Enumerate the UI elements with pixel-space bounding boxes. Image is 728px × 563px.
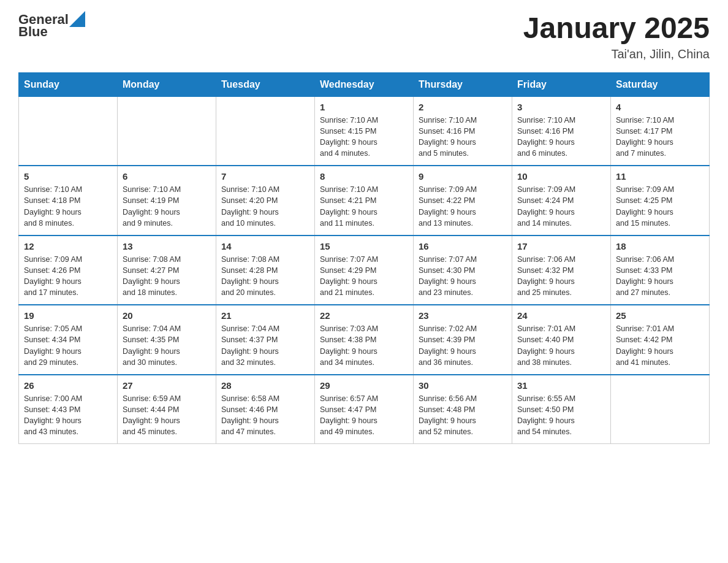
calendar-cell: 13Sunrise: 7:08 AM Sunset: 4:27 PM Dayli… <box>118 236 216 305</box>
day-info: Sunrise: 7:10 AM Sunset: 4:20 PM Dayligh… <box>221 184 309 229</box>
day-info: Sunrise: 7:08 AM Sunset: 4:28 PM Dayligh… <box>221 254 309 299</box>
calendar-cell: 6Sunrise: 7:10 AM Sunset: 4:19 PM Daylig… <box>118 166 216 236</box>
day-number: 22 <box>320 310 408 321</box>
day-number: 5 <box>24 171 112 182</box>
calendar-cell: 22Sunrise: 7:03 AM Sunset: 4:38 PM Dayli… <box>315 305 414 375</box>
calendar-cell: 29Sunrise: 6:57 AM Sunset: 4:47 PM Dayli… <box>315 375 414 444</box>
svg-marker-0 <box>69 11 85 27</box>
day-info: Sunrise: 6:56 AM Sunset: 4:48 PM Dayligh… <box>419 393 507 438</box>
calendar-cell: 27Sunrise: 6:59 AM Sunset: 4:44 PM Dayli… <box>118 375 216 444</box>
calendar-cell: 14Sunrise: 7:08 AM Sunset: 4:28 PM Dayli… <box>216 236 315 305</box>
day-number: 8 <box>320 171 408 182</box>
day-info: Sunrise: 7:01 AM Sunset: 4:40 PM Dayligh… <box>517 323 605 368</box>
calendar-cell: 15Sunrise: 7:07 AM Sunset: 4:29 PM Dayli… <box>315 236 414 305</box>
calendar-cell: 25Sunrise: 7:01 AM Sunset: 4:42 PM Dayli… <box>611 305 710 375</box>
day-number: 11 <box>616 171 704 182</box>
calendar-cell: 7Sunrise: 7:10 AM Sunset: 4:20 PM Daylig… <box>216 166 315 236</box>
day-info: Sunrise: 7:10 AM Sunset: 4:17 PM Dayligh… <box>616 115 704 159</box>
day-info: Sunrise: 7:01 AM Sunset: 4:42 PM Dayligh… <box>616 323 704 368</box>
calendar-cell: 10Sunrise: 7:09 AM Sunset: 4:24 PM Dayli… <box>512 166 611 236</box>
day-number: 19 <box>24 310 112 321</box>
calendar-cell <box>216 96 315 166</box>
day-info: Sunrise: 6:58 AM Sunset: 4:46 PM Dayligh… <box>221 393 309 438</box>
day-info: Sunrise: 7:10 AM Sunset: 4:16 PM Dayligh… <box>517 115 605 159</box>
calendar-cell: 17Sunrise: 7:06 AM Sunset: 4:32 PM Dayli… <box>512 236 611 305</box>
day-number: 9 <box>419 171 507 182</box>
weekday-header-saturday: Saturday <box>611 72 710 96</box>
day-info: Sunrise: 7:06 AM Sunset: 4:33 PM Dayligh… <box>616 254 704 299</box>
calendar-cell <box>611 375 710 444</box>
calendar-cell: 20Sunrise: 7:04 AM Sunset: 4:35 PM Dayli… <box>118 305 216 375</box>
day-number: 18 <box>616 241 704 251</box>
calendar-cell: 3Sunrise: 7:10 AM Sunset: 4:16 PM Daylig… <box>512 96 611 166</box>
day-info: Sunrise: 7:07 AM Sunset: 4:30 PM Dayligh… <box>419 254 507 299</box>
weekday-header-wednesday: Wednesday <box>315 72 414 96</box>
page-header: General Blue January 2025 Tai'an, Jilin,… <box>18 12 710 61</box>
day-info: Sunrise: 7:10 AM Sunset: 4:18 PM Dayligh… <box>24 184 112 229</box>
calendar-cell: 28Sunrise: 6:58 AM Sunset: 4:46 PM Dayli… <box>216 375 315 444</box>
day-info: Sunrise: 7:02 AM Sunset: 4:39 PM Dayligh… <box>419 323 507 368</box>
calendar-week-2: 5Sunrise: 7:10 AM Sunset: 4:18 PM Daylig… <box>19 166 710 236</box>
day-number: 29 <box>320 380 408 391</box>
day-number: 17 <box>517 241 605 251</box>
day-info: Sunrise: 6:55 AM Sunset: 4:50 PM Dayligh… <box>517 393 605 438</box>
day-info: Sunrise: 7:04 AM Sunset: 4:37 PM Dayligh… <box>221 323 309 368</box>
day-info: Sunrise: 6:57 AM Sunset: 4:47 PM Dayligh… <box>320 393 408 438</box>
day-number: 28 <box>221 380 309 391</box>
day-number: 10 <box>517 171 605 182</box>
calendar-cell: 11Sunrise: 7:09 AM Sunset: 4:25 PM Dayli… <box>611 166 710 236</box>
calendar-cell: 1Sunrise: 7:10 AM Sunset: 4:15 PM Daylig… <box>315 96 414 166</box>
calendar-cell: 30Sunrise: 6:56 AM Sunset: 4:48 PM Dayli… <box>414 375 512 444</box>
day-number: 1 <box>320 102 408 112</box>
calendar-header-row: SundayMondayTuesdayWednesdayThursdayFrid… <box>19 72 710 96</box>
day-info: Sunrise: 7:05 AM Sunset: 4:34 PM Dayligh… <box>24 323 112 368</box>
calendar-cell <box>118 96 216 166</box>
day-info: Sunrise: 7:10 AM Sunset: 4:15 PM Dayligh… <box>320 115 408 159</box>
day-info: Sunrise: 7:09 AM Sunset: 4:26 PM Dayligh… <box>24 254 112 299</box>
logo-blue: Blue <box>18 24 48 39</box>
page-subtitle: Tai'an, Jilin, China <box>523 47 710 61</box>
day-number: 27 <box>123 380 211 391</box>
calendar-cell: 16Sunrise: 7:07 AM Sunset: 4:30 PM Dayli… <box>414 236 512 305</box>
calendar-cell: 18Sunrise: 7:06 AM Sunset: 4:33 PM Dayli… <box>611 236 710 305</box>
day-info: Sunrise: 7:06 AM Sunset: 4:32 PM Dayligh… <box>517 254 605 299</box>
day-info: Sunrise: 7:09 AM Sunset: 4:24 PM Dayligh… <box>517 184 605 229</box>
page-title: January 2025 <box>523 12 710 45</box>
logo-icon <box>69 11 85 27</box>
day-number: 2 <box>419 102 507 112</box>
calendar-cell: 26Sunrise: 7:00 AM Sunset: 4:43 PM Dayli… <box>19 375 118 444</box>
calendar-cell <box>19 96 118 166</box>
calendar-cell: 4Sunrise: 7:10 AM Sunset: 4:17 PM Daylig… <box>611 96 710 166</box>
day-info: Sunrise: 7:09 AM Sunset: 4:25 PM Dayligh… <box>616 184 704 229</box>
calendar-cell: 8Sunrise: 7:10 AM Sunset: 4:21 PM Daylig… <box>315 166 414 236</box>
calendar-cell: 12Sunrise: 7:09 AM Sunset: 4:26 PM Dayli… <box>19 236 118 305</box>
day-number: 15 <box>320 241 408 251</box>
calendar-cell: 23Sunrise: 7:02 AM Sunset: 4:39 PM Dayli… <box>414 305 512 375</box>
logo: General Blue <box>18 12 85 39</box>
day-number: 13 <box>123 241 211 251</box>
calendar-week-1: 1Sunrise: 7:10 AM Sunset: 4:15 PM Daylig… <box>19 96 710 166</box>
day-number: 23 <box>419 310 507 321</box>
calendar-week-5: 26Sunrise: 7:00 AM Sunset: 4:43 PM Dayli… <box>19 375 710 444</box>
day-info: Sunrise: 7:00 AM Sunset: 4:43 PM Dayligh… <box>24 393 112 438</box>
day-number: 16 <box>419 241 507 251</box>
day-info: Sunrise: 7:10 AM Sunset: 4:16 PM Dayligh… <box>419 115 507 159</box>
weekday-header-sunday: Sunday <box>19 72 118 96</box>
day-info: Sunrise: 7:07 AM Sunset: 4:29 PM Dayligh… <box>320 254 408 299</box>
calendar-cell: 2Sunrise: 7:10 AM Sunset: 4:16 PM Daylig… <box>414 96 512 166</box>
day-number: 20 <box>123 310 211 321</box>
day-number: 3 <box>517 102 605 112</box>
calendar-cell: 31Sunrise: 6:55 AM Sunset: 4:50 PM Dayli… <box>512 375 611 444</box>
weekday-header-friday: Friday <box>512 72 611 96</box>
day-number: 12 <box>24 241 112 251</box>
day-number: 21 <box>221 310 309 321</box>
weekday-header-thursday: Thursday <box>414 72 512 96</box>
day-number: 26 <box>24 380 112 391</box>
calendar-cell: 19Sunrise: 7:05 AM Sunset: 4:34 PM Dayli… <box>19 305 118 375</box>
weekday-header-tuesday: Tuesday <box>216 72 315 96</box>
day-info: Sunrise: 6:59 AM Sunset: 4:44 PM Dayligh… <box>123 393 211 438</box>
day-number: 6 <box>123 171 211 182</box>
day-number: 30 <box>419 380 507 391</box>
day-info: Sunrise: 7:08 AM Sunset: 4:27 PM Dayligh… <box>123 254 211 299</box>
day-number: 7 <box>221 171 309 182</box>
